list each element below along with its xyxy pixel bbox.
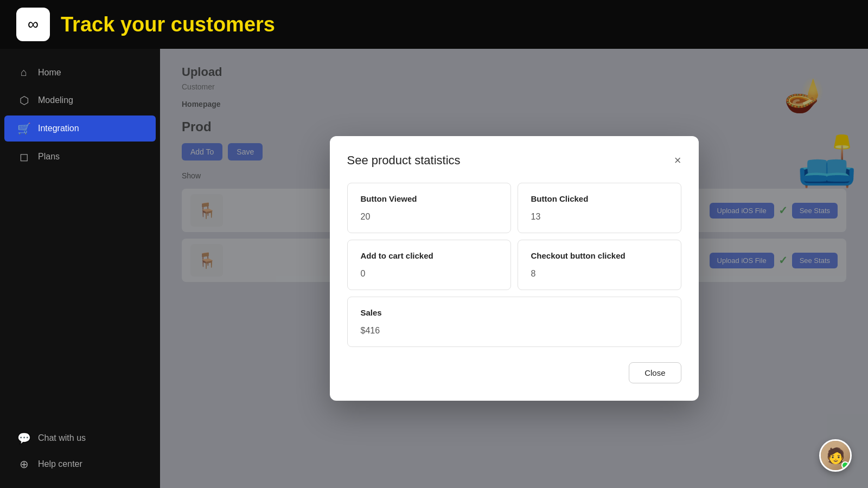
stat-value-add-to-cart: 0 xyxy=(361,269,497,279)
top-header: ∞ Track your customers xyxy=(0,0,868,49)
sidebar-item-plans[interactable]: ◻ Plans xyxy=(4,144,156,170)
home-icon: ⌂ xyxy=(17,66,30,79)
sales-label: Sales xyxy=(361,308,668,317)
sidebar-label-help: Help center xyxy=(38,459,82,469)
modal-close-button-footer[interactable]: Close xyxy=(629,362,681,383)
content-area: Upload Customer Homepage Prod Add To Sav… xyxy=(160,49,868,488)
avatar-widget[interactable]: 🧑 xyxy=(819,439,852,472)
integration-icon: 🛒 xyxy=(17,122,30,135)
stat-card-button-clicked: Button Clicked 13 xyxy=(518,183,681,233)
sidebar-label-chat: Chat with us xyxy=(38,433,86,443)
sidebar-item-chat[interactable]: 💬 Chat with us xyxy=(4,425,156,451)
plans-icon: ◻ xyxy=(17,150,30,163)
stat-value-button-viewed: 20 xyxy=(361,212,497,222)
stat-value-checkout-clicked: 8 xyxy=(531,269,668,279)
sales-card: Sales $416 xyxy=(347,297,681,347)
modal-overlay: See product statistics × Button Viewed 2… xyxy=(160,49,868,488)
sidebar-label-integration: Integration xyxy=(38,124,79,133)
stat-label-button-viewed: Button Viewed xyxy=(361,194,497,203)
sidebar-item-integration[interactable]: 🛒 Integration xyxy=(4,115,156,142)
stat-card-add-to-cart: Add to cart clicked 0 xyxy=(347,240,511,290)
stat-card-checkout-clicked: Checkout button clicked 8 xyxy=(518,240,681,290)
stat-value-button-clicked: 13 xyxy=(531,212,668,222)
modal-close-button[interactable]: × xyxy=(674,155,681,166)
avatar-online-dot xyxy=(841,461,849,469)
sidebar: ⌂ Home ⬡ Modeling 🛒 Integration ◻ Plans … xyxy=(0,49,160,488)
sidebar-label-modeling: Modeling xyxy=(38,95,73,105)
product-stats-modal: See product statistics × Button Viewed 2… xyxy=(330,136,699,401)
modal-header: See product statistics × xyxy=(347,153,681,168)
sidebar-item-help[interactable]: ⊕ Help center xyxy=(4,451,156,477)
sidebar-label-plans: Plans xyxy=(38,152,60,162)
sales-value: $416 xyxy=(361,326,668,336)
logo-icon: ∞ xyxy=(28,16,39,33)
sidebar-label-home: Home xyxy=(38,68,61,78)
sidebar-bottom: 💬 Chat with us ⊕ Help center xyxy=(0,425,160,477)
modal-footer: Close xyxy=(347,362,681,383)
stat-card-button-viewed: Button Viewed 20 xyxy=(347,183,511,233)
help-icon: ⊕ xyxy=(17,458,30,471)
stat-label-button-clicked: Button Clicked xyxy=(531,194,668,203)
stat-label-checkout-clicked: Checkout button clicked xyxy=(531,251,668,260)
stats-grid: Button Viewed 20 Button Clicked 13 Add t… xyxy=(347,183,681,290)
main-layout: ⌂ Home ⬡ Modeling 🛒 Integration ◻ Plans … xyxy=(0,49,868,488)
chat-icon: 💬 xyxy=(17,432,30,445)
logo: ∞ xyxy=(16,8,50,41)
modeling-icon: ⬡ xyxy=(17,94,30,107)
header-title: Track your customers xyxy=(61,13,275,36)
modal-title: See product statistics xyxy=(347,153,461,168)
sidebar-item-modeling[interactable]: ⬡ Modeling xyxy=(4,87,156,113)
sidebar-item-home[interactable]: ⌂ Home xyxy=(4,60,156,85)
stat-label-add-to-cart: Add to cart clicked xyxy=(361,251,497,260)
